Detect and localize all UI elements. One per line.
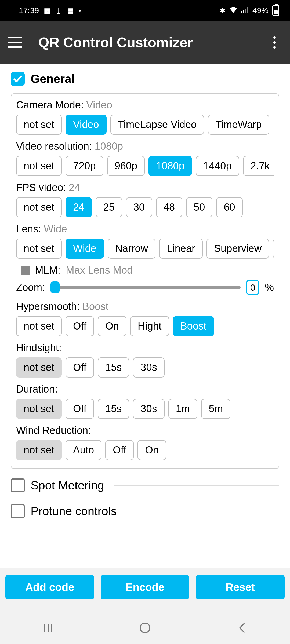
status-bar: 17:39 ▦ ⭳ ▤ • ✱ 49%	[0, 0, 290, 21]
svg-rect-2	[245, 9, 246, 13]
row-hypersmooth: Hypersmooth: Boost not set Off On Hight …	[16, 301, 274, 336]
chip-res-720p[interactable]: 720p	[66, 156, 103, 176]
section-general-header[interactable]: General	[11, 72, 279, 86]
row-hindsight: Hindsight: not set Off 15s 30s	[16, 342, 274, 378]
mlm-label: MLM:	[35, 265, 60, 276]
more-icon[interactable]	[269, 36, 280, 49]
chip-dur-5m[interactable]: 5m	[201, 399, 230, 419]
chip-res-27k[interactable]: 2.7k	[243, 156, 274, 176]
chip-res-1080p[interactable]: 1080p	[148, 156, 192, 176]
chip-res-notset[interactable]: not set	[16, 156, 62, 176]
zoom-percent-label: %	[265, 282, 274, 293]
general-panel: Camera Mode: Video not set Video TimeLap…	[11, 93, 279, 469]
chip-lens-narrow[interactable]: Narrow	[108, 239, 155, 259]
duration-label: Duration:	[16, 383, 57, 395]
chip-lens-notset[interactable]: not set	[16, 239, 62, 259]
chip-camera-video[interactable]: Video	[66, 115, 107, 135]
lens-value: Wide	[44, 223, 67, 235]
divider	[126, 511, 279, 511]
reset-button[interactable]: Reset	[196, 575, 285, 599]
video-res-value: 1080p	[95, 141, 123, 152]
battery-percent: 49%	[252, 6, 269, 15]
mlm-value: Max Lens Mod	[66, 265, 133, 276]
chip-wind-auto[interactable]: Auto	[66, 440, 102, 460]
chip-fps-30[interactable]: 30	[126, 197, 152, 217]
wifi-icon	[229, 6, 237, 15]
signal-icon	[241, 6, 249, 15]
chip-dur-notset[interactable]: not set	[16, 399, 62, 419]
chip-lens-linear[interactable]: Linear	[159, 239, 203, 259]
zoom-slider-thumb[interactable]	[50, 281, 60, 293]
chip-fps-25[interactable]: 25	[96, 197, 122, 217]
section-spot-metering[interactable]: Spot Metering	[11, 478, 279, 492]
chip-hind-15s[interactable]: 15s	[98, 357, 129, 378]
zoom-slider[interactable]	[50, 286, 241, 289]
menu-icon[interactable]	[8, 37, 22, 48]
zoom-label: Zoom:	[16, 282, 45, 293]
section-general-title: General	[31, 72, 75, 86]
row-wind-reduction: Wind Reduction: not set Auto Off On	[16, 425, 274, 460]
svg-rect-1	[243, 10, 244, 13]
download-icon: ⭳	[55, 6, 62, 15]
chip-dur-15s[interactable]: 15s	[98, 399, 129, 419]
chip-camera-timelapse[interactable]: TimeLapse Video	[110, 115, 204, 135]
zoom-value-input[interactable]: 0	[246, 280, 259, 295]
checkbox-general[interactable]	[11, 72, 25, 86]
lens-label: Lens:	[16, 223, 41, 235]
bluetooth-icon: ✱	[220, 6, 226, 15]
video-res-label: Video resolution:	[16, 141, 92, 152]
chip-fps-notset[interactable]: not set	[16, 197, 62, 217]
checkbox-spot-metering[interactable]	[11, 478, 25, 492]
chip-camera-timewarp[interactable]: TimeWarp	[208, 115, 269, 135]
chip-hind-off[interactable]: Off	[66, 357, 94, 378]
encode-button[interactable]: Encode	[101, 575, 190, 599]
hypersmooth-label: Hypersmooth:	[16, 301, 80, 312]
chip-fps-24[interactable]: 24	[66, 197, 92, 217]
chip-fps-50[interactable]: 50	[186, 197, 212, 217]
chip-fps-48[interactable]: 48	[156, 197, 182, 217]
chip-hs-hight[interactable]: Hight	[130, 316, 169, 336]
chip-hs-boost[interactable]: Boost	[173, 316, 214, 336]
system-nav-bar	[0, 614, 290, 644]
chip-res-1440p[interactable]: 1440p	[196, 156, 239, 176]
chip-res-960p[interactable]: 960p	[107, 156, 145, 176]
chip-wind-notset[interactable]: not set	[16, 440, 62, 460]
back-icon[interactable]	[237, 623, 247, 636]
chip-dur-30s[interactable]: 30s	[133, 399, 164, 419]
chip-hs-notset[interactable]: not set	[16, 316, 62, 336]
hypersmooth-value: Boost	[82, 301, 108, 312]
row-zoom: Zoom: 0 %	[16, 280, 274, 295]
chip-hind-notset[interactable]: not set	[16, 357, 62, 378]
row-fps: FPS video: 24 not set 24 25 30 48 50 60	[16, 182, 274, 217]
chip-wind-on[interactable]: On	[137, 440, 166, 460]
protune-title: Protune controls	[31, 504, 117, 518]
chip-fps-60[interactable]: 60	[216, 197, 242, 217]
home-icon[interactable]	[139, 622, 151, 636]
row-video-resolution: Video resolution: 1080p not set 720p 960…	[16, 141, 274, 176]
section-protune[interactable]: Protune controls	[11, 504, 279, 518]
recents-icon[interactable]	[43, 623, 53, 636]
chip-hind-30s[interactable]: 30s	[133, 357, 164, 378]
chip-hs-on[interactable]: On	[98, 316, 126, 336]
fps-label: FPS video:	[16, 182, 66, 193]
row-duration: Duration: not set Off 15s 30s 1m 5m	[16, 383, 274, 419]
row-mlm[interactable]: MLM: Max Lens Mod	[21, 265, 274, 276]
bottom-action-bar: Add code Encode Reset	[0, 568, 290, 614]
chip-hs-off[interactable]: Off	[66, 316, 94, 336]
svg-rect-0	[241, 11, 242, 13]
chip-camera-notset[interactable]: not set	[16, 115, 62, 135]
chip-wind-off[interactable]: Off	[105, 440, 134, 460]
checkbox-protune[interactable]	[11, 504, 25, 518]
svg-rect-7	[141, 624, 149, 632]
chip-dur-1m[interactable]: 1m	[168, 399, 198, 419]
image-icon: ▦	[44, 6, 50, 15]
chip-lens-wide[interactable]: Wide	[66, 239, 104, 259]
chip-lens-l[interactable]: L	[273, 239, 274, 259]
chip-lens-superview[interactable]: Superview	[206, 239, 269, 259]
battery-icon	[272, 5, 279, 16]
spot-metering-title: Spot Metering	[31, 479, 104, 492]
checkbox-mlm[interactable]	[21, 266, 30, 275]
row-camera-mode: Camera Mode: Video not set Video TimeLap…	[16, 99, 274, 135]
chip-dur-off[interactable]: Off	[66, 399, 94, 419]
add-code-button[interactable]: Add code	[5, 575, 94, 599]
